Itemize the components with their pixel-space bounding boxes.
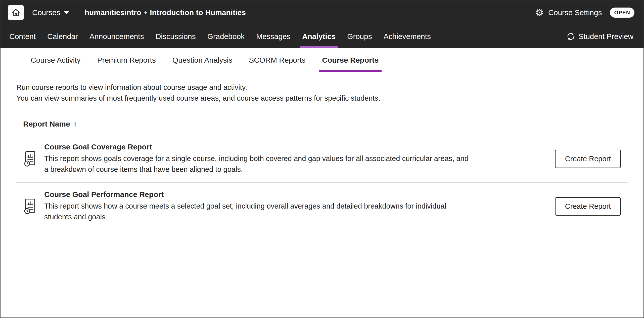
- analytics-subnav: Course Activity Premium Reports Question…: [1, 48, 643, 72]
- tab-content[interactable]: Content: [9, 25, 36, 48]
- top-bar: Courses humanitiesintro • Introduction t…: [1, 1, 643, 25]
- create-report-button[interactable]: Create Report: [555, 197, 621, 216]
- report-document-icon: [23, 151, 37, 167]
- tab-messages[interactable]: Messages: [256, 25, 291, 48]
- subtab-question-analysis[interactable]: Question Analysis: [172, 48, 232, 72]
- tab-analytics[interactable]: Analytics: [302, 25, 336, 48]
- table-row: Course Goal Coverage Report This report …: [1, 135, 643, 182]
- tab-gradebook[interactable]: Gradebook: [207, 25, 245, 48]
- home-icon: [11, 8, 20, 17]
- crumb-separator: •: [144, 8, 147, 17]
- student-preview-icon: [567, 32, 575, 41]
- subtab-course-reports[interactable]: Course Reports: [322, 48, 379, 72]
- courses-dropdown[interactable]: Courses: [32, 8, 69, 17]
- tab-groups[interactable]: Groups: [347, 25, 372, 48]
- course-reports-panel: Run course reports to view information a…: [1, 72, 643, 317]
- main-nav: Content Calendar Announcements Discussio…: [1, 25, 643, 48]
- tab-discussions[interactable]: Discussions: [156, 25, 196, 48]
- topbar-right-group: ⚙ Course Settings OPEN: [535, 8, 634, 18]
- open-status-badge[interactable]: OPEN: [610, 8, 634, 18]
- student-preview-label: Student Preview: [579, 32, 633, 41]
- tab-calendar[interactable]: Calendar: [47, 25, 78, 48]
- student-preview-button[interactable]: Student Preview: [567, 25, 633, 48]
- home-button[interactable]: [8, 5, 24, 20]
- intro-text: Run course reports to view information a…: [1, 72, 643, 104]
- subtab-premium-reports[interactable]: Premium Reports: [97, 48, 156, 72]
- intro-line-2: You can view summaries of most frequentl…: [16, 93, 628, 104]
- report-description: This report shows how a course meets a s…: [44, 201, 472, 222]
- report-title: Course Goal Performance Report: [44, 190, 472, 199]
- intro-line-1: Run course reports to view information a…: [16, 82, 628, 93]
- tab-announcements[interactable]: Announcements: [89, 25, 144, 48]
- subtab-course-activity[interactable]: Course Activity: [31, 48, 80, 72]
- report-description: This report shows goals coverage for a s…: [44, 153, 472, 175]
- report-name-header-label: Report Name: [23, 120, 70, 128]
- courses-dropdown-label: Courses: [32, 8, 60, 17]
- topbar-separator: [77, 8, 77, 18]
- tab-achievements[interactable]: Achievements: [384, 25, 431, 48]
- subtab-scorm-reports[interactable]: SCORM Reports: [249, 48, 305, 72]
- app-window: Courses humanitiesintro • Introduction t…: [0, 0, 644, 318]
- sort-ascending-icon: ↑: [74, 120, 77, 128]
- table-row: Course Goal Performance Report This repo…: [1, 183, 643, 230]
- course-settings-link[interactable]: Course Settings: [548, 8, 602, 17]
- report-info: Course Goal Performance Report This repo…: [44, 190, 472, 222]
- course-title: Introduction to Humanities: [150, 8, 246, 17]
- breadcrumb: humanitiesintro • Introduction to Humani…: [85, 8, 246, 17]
- report-document-icon: [23, 198, 37, 214]
- report-name-sort-header[interactable]: Report Name ↑: [1, 104, 643, 135]
- course-id: humanitiesintro: [85, 8, 141, 17]
- chevron-down-icon: [64, 11, 69, 14]
- gear-icon: ⚙: [535, 8, 544, 17]
- create-report-button[interactable]: Create Report: [555, 150, 621, 168]
- report-info: Course Goal Coverage Report This report …: [44, 143, 472, 175]
- report-title: Course Goal Coverage Report: [44, 143, 472, 151]
